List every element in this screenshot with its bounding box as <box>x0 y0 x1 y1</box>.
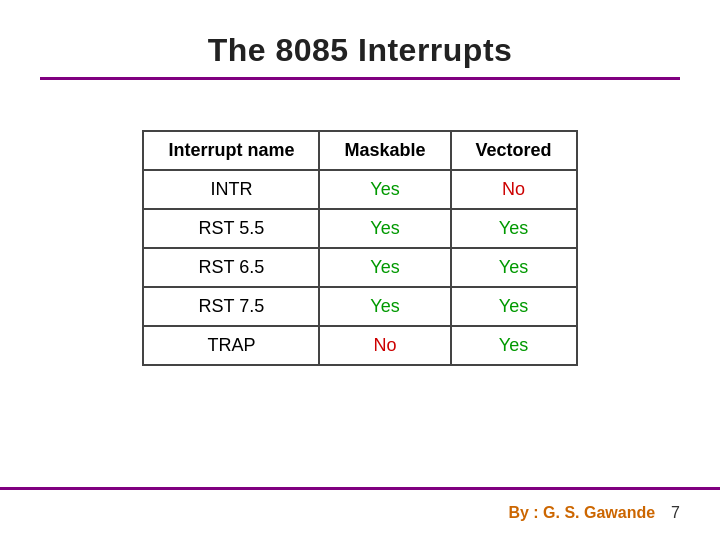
col-header-maskable: Maskable <box>319 131 450 170</box>
footer-author: By : G. S. Gawande <box>508 504 655 522</box>
maskable-cell: Yes <box>319 248 450 287</box>
col-header-name: Interrupt name <box>143 131 319 170</box>
slide-title: The 8085 Interrupts <box>0 32 720 69</box>
maskable-cell: Yes <box>319 209 450 248</box>
title-underline <box>40 77 680 80</box>
table-row: TRAPNoYes <box>143 326 576 365</box>
vectored-cell: Yes <box>451 209 577 248</box>
footer-area: By : G. S. Gawande 7 <box>508 504 680 522</box>
table-header-row: Interrupt name Maskable Vectored <box>143 131 576 170</box>
col-header-vectored: Vectored <box>451 131 577 170</box>
interrupts-table: Interrupt name Maskable Vectored INTRYes… <box>142 130 577 366</box>
interrupt-name-cell: TRAP <box>143 326 319 365</box>
slide-container: The 8085 Interrupts Interrupt name Maska… <box>0 0 720 540</box>
interrupt-name-cell: RST 5.5 <box>143 209 319 248</box>
title-area: The 8085 Interrupts <box>0 0 720 90</box>
table-row: RST 6.5YesYes <box>143 248 576 287</box>
table-row: RST 5.5YesYes <box>143 209 576 248</box>
maskable-cell: No <box>319 326 450 365</box>
maskable-cell: Yes <box>319 287 450 326</box>
table-row: INTRYesNo <box>143 170 576 209</box>
maskable-cell: Yes <box>319 170 450 209</box>
vectored-cell: No <box>451 170 577 209</box>
vectored-cell: Yes <box>451 248 577 287</box>
interrupt-name-cell: INTR <box>143 170 319 209</box>
footer-line <box>0 487 720 490</box>
interrupt-name-cell: RST 7.5 <box>143 287 319 326</box>
content-area: Interrupt name Maskable Vectored INTRYes… <box>0 130 720 366</box>
interrupt-name-cell: RST 6.5 <box>143 248 319 287</box>
vectored-cell: Yes <box>451 326 577 365</box>
table-row: RST 7.5YesYes <box>143 287 576 326</box>
vectored-cell: Yes <box>451 287 577 326</box>
footer-page-number: 7 <box>671 504 680 522</box>
